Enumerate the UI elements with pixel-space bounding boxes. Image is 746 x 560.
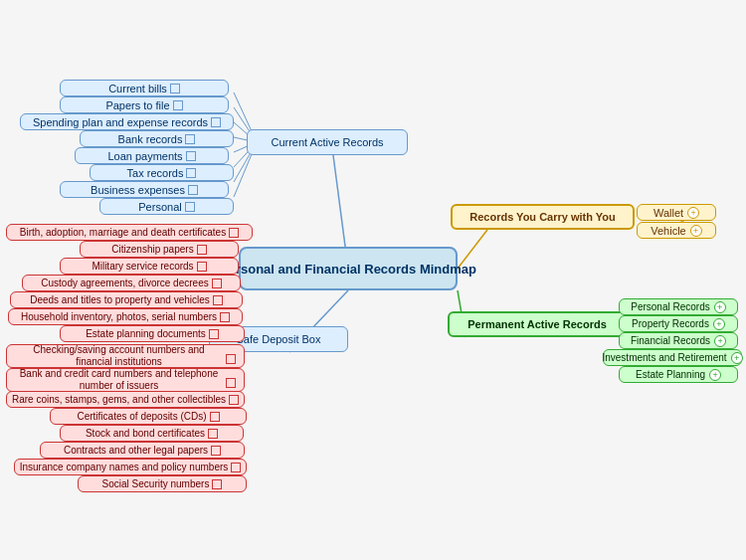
list-item: Stock and bond certificates <box>60 425 244 442</box>
expand-icon[interactable] <box>231 463 241 472</box>
expand-icon[interactable] <box>209 329 219 339</box>
expand-icon[interactable] <box>212 279 222 288</box>
expand-icon[interactable] <box>173 100 183 110</box>
list-item: Checking/saving account numbers and fina… <box>6 344 245 368</box>
expand-icon[interactable] <box>229 395 239 405</box>
expand-icon[interactable] <box>188 185 198 195</box>
list-item: Spending plan and expense records <box>20 113 234 130</box>
expand-icon[interactable] <box>186 168 196 178</box>
list-item: Rare coins, stamps, gems, and other coll… <box>6 391 245 408</box>
list-item: Household inventory, photos, serial numb… <box>8 308 243 325</box>
list-item: Deeds and titles to property and vehicle… <box>10 291 243 308</box>
expand-icon[interactable]: + <box>709 369 721 381</box>
list-item: Financial Records + <box>619 332 738 349</box>
current-active-records-label: Current Active Records <box>271 136 383 148</box>
expand-icon[interactable] <box>197 245 207 255</box>
list-item: Tax records <box>90 164 234 181</box>
expand-icon[interactable] <box>226 354 236 364</box>
expand-icon[interactable] <box>226 378 236 388</box>
permanent-active-records-label: Permanent Active Records <box>467 318 607 330</box>
expand-icon[interactable] <box>186 151 196 161</box>
list-item: Personal <box>99 198 234 215</box>
vehicle-item: Vehicle + <box>637 222 716 239</box>
list-item: Personal Records + <box>619 298 738 315</box>
list-item: Certificates of deposits (CDs) <box>50 408 247 425</box>
records-carry-you-node[interactable]: Records You Carry with You <box>451 204 635 230</box>
wallet-item: Wallet + <box>637 204 716 221</box>
list-item: Bank records <box>80 130 234 147</box>
current-active-records-node[interactable]: Current Active Records <box>247 129 408 155</box>
list-item: Estate Planning + <box>619 366 738 383</box>
center-node: Personal and Financial Records Mindmap <box>239 247 458 290</box>
expand-icon[interactable] <box>220 312 230 322</box>
list-item: Estate planning documents <box>60 325 245 342</box>
list-item: Business expenses <box>60 181 229 198</box>
list-item: Contracts and other legal papers <box>40 442 245 459</box>
expand-icon[interactable]: + <box>714 301 726 313</box>
list-item: Loan payments <box>75 147 229 164</box>
list-item: Insurance company names and policy numbe… <box>14 459 247 475</box>
list-item: Bank and credit card numbers and telepho… <box>6 368 245 392</box>
expand-icon[interactable]: + <box>713 318 725 330</box>
expand-icon[interactable]: + <box>690 225 702 237</box>
list-item: Custody agreements, divorce decrees <box>22 275 241 291</box>
list-item: Military service records <box>60 258 239 275</box>
expand-icon[interactable] <box>208 429 218 439</box>
permanent-active-records-node[interactable]: Permanent Active Records <box>448 311 627 337</box>
list-item: Property Records + <box>619 315 738 332</box>
list-item: Investments and Retirement + <box>603 349 742 366</box>
expand-icon[interactable] <box>197 262 207 272</box>
expand-icon[interactable] <box>211 117 221 127</box>
safe-deposit-box-label: Safe Deposit Box <box>237 333 321 345</box>
records-carry-you-label: Records You Carry with You <box>469 211 616 223</box>
list-item: Citizenship papers <box>80 241 239 258</box>
list-item: Social Security numbers <box>78 475 247 492</box>
expand-icon[interactable]: + <box>687 207 699 219</box>
expand-icon[interactable] <box>211 446 221 456</box>
expand-icon[interactable] <box>213 295 223 305</box>
expand-icon[interactable] <box>210 412 220 422</box>
list-item: Current bills <box>60 80 229 96</box>
expand-icon[interactable] <box>170 84 180 93</box>
expand-icon[interactable]: + <box>731 352 743 364</box>
expand-icon[interactable] <box>185 134 195 144</box>
list-item: Birth, adoption, marriage and death cert… <box>6 224 253 241</box>
expand-icon[interactable] <box>212 479 222 489</box>
expand-icon[interactable]: + <box>714 335 726 347</box>
list-item: Papers to file <box>60 96 229 113</box>
expand-icon[interactable] <box>185 202 195 212</box>
expand-icon[interactable] <box>229 228 239 238</box>
